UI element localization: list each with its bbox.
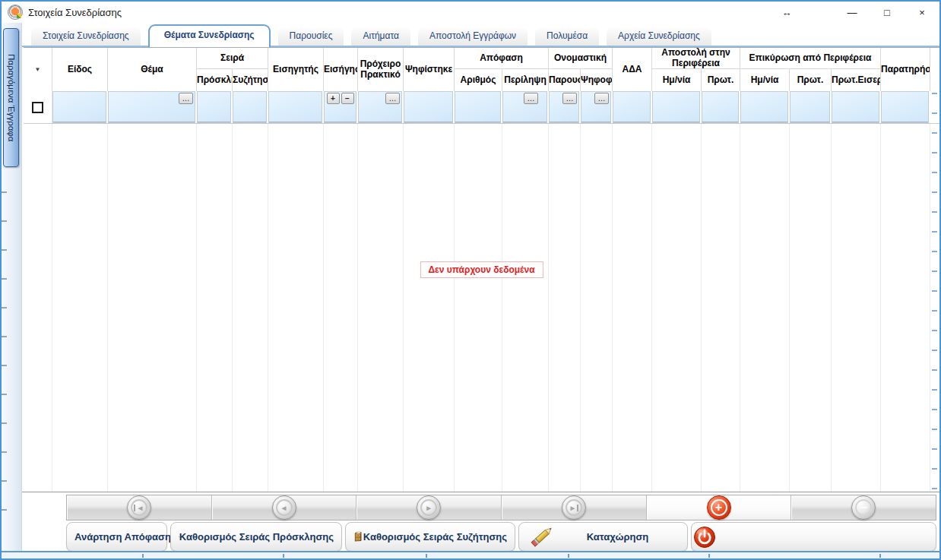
column-header-perilipsi[interactable]: Περίληψη (502, 69, 549, 91)
minimize-button[interactable]: — (835, 2, 870, 23)
cell-perilipsi[interactable]: … (502, 91, 549, 123)
column-header-apostoli-imnia[interactable]: Ημ/νία (652, 69, 702, 91)
eisigisi-minus-button[interactable]: − (341, 93, 354, 104)
maximize-button[interactable]: □ (870, 2, 905, 23)
grid-column-line (549, 124, 581, 492)
delete-record-button[interactable]: − (791, 495, 936, 520)
cell-arithmos[interactable] (455, 91, 502, 123)
column-header-eidos[interactable]: Είδος (52, 48, 108, 91)
resize-icon[interactable]: ↔ (752, 2, 821, 23)
group-header-seira[interactable]: Σειρά (197, 48, 268, 69)
column-header-epikyrosi-imnia[interactable]: Ημ/νία (740, 69, 790, 91)
window-title: Στοιχεία Συνεδρίασης (28, 7, 122, 18)
cell-prot-eiserx[interactable] (832, 91, 881, 123)
cell-apostoli-imnia[interactable] (652, 91, 702, 123)
column-header-thema[interactable]: Θέμα (108, 48, 197, 91)
kathorismos-seiras-prosklisis-button[interactable]: Καθορισμός Σειράς Πρόσκλησης (170, 522, 342, 552)
column-header-ada[interactable]: ΑΔΑ (613, 48, 652, 91)
cell-eidos[interactable] (52, 91, 108, 123)
cell-apostoli-prot[interactable] (702, 91, 740, 123)
kathorismos-seiras-syzitisis-button[interactable]: Καθορισμός Σειράς Συζήτησης (345, 522, 515, 552)
column-header-arithmos[interactable]: Αριθμός (455, 69, 502, 91)
column-group-epikyrosi: Επικύρωση από Περιφέρεια Ημ/νία Πρωτ. Πρ… (740, 48, 881, 91)
column-header-seira-syzitisis[interactable]: Συζήτησης (233, 69, 268, 91)
record-navigator: ◄ ◄ ► ► + (66, 495, 936, 520)
grid-column-line (324, 124, 358, 492)
tab-apostoli-eggrafon[interactable]: Αποστολή Εγγράφων (418, 27, 528, 46)
side-tab-label: Παραγόμενα Έγγραφα (7, 54, 16, 141)
proxeiro-ellipsis-button[interactable]: … (385, 93, 400, 104)
grid-column-line (613, 124, 652, 492)
action-toolbar: Ανάρτηση Απόφασης Κ (66, 522, 936, 552)
thema-ellipsis-button[interactable]: … (179, 93, 193, 104)
cell-epikyrosi-prot[interactable] (790, 91, 832, 123)
cell-eisigisi[interactable]: + − (324, 91, 358, 123)
grid-column-line (832, 124, 881, 492)
tab-aitimata[interactable]: Αιτήματα (351, 27, 410, 46)
next-record-button[interactable]: ► (356, 495, 502, 520)
cell-seira-syzitisis[interactable] (233, 91, 268, 123)
grid-column-line (108, 124, 197, 492)
grid-column-line (740, 124, 790, 492)
bottom-strip (2, 551, 939, 558)
column-header-epikyrosi-prot[interactable]: Πρωτ. (790, 69, 832, 91)
grid-edit-row: … + − … … (24, 91, 939, 124)
close-button[interactable]: × (905, 2, 939, 23)
parousies-ellipsis-button[interactable]: … (562, 93, 577, 104)
add-record-button[interactable]: + (647, 495, 792, 520)
app-icon (8, 5, 23, 20)
perilipsi-ellipsis-button[interactable]: … (524, 93, 538, 104)
grid-column-line (268, 124, 324, 492)
column-header-parousies[interactable]: Παρουσίες (549, 69, 581, 91)
group-header-onomastiki[interactable]: Ονομαστική (549, 48, 613, 69)
column-header-prot-eiserx[interactable]: Πρωτ.Εισερχ (832, 69, 881, 91)
column-header-psifistike[interactable]: Ψηφίστηκε (404, 48, 455, 91)
eisigisi-plus-button[interactable]: + (327, 93, 340, 104)
column-header-seira-prosklisis[interactable]: Πρόσκλησης (197, 69, 233, 91)
cell-psifistike[interactable] (404, 91, 455, 123)
group-header-epikyrosi-apo-perifereia[interactable]: Επικύρωση από Περιφέρεια (740, 48, 881, 69)
bottom-tick (708, 554, 710, 558)
previous-record-button[interactable]: ◄ (212, 495, 357, 520)
exit-button[interactable] (691, 522, 936, 552)
side-tab-paragomena-eggrafa[interactable]: Παραγόμενα Έγγραφα (3, 28, 19, 167)
cell-seira-prosklisis[interactable] (197, 91, 233, 123)
grid-column-line (702, 124, 740, 492)
tab-arxeia-synedriasis[interactable]: Αρχεία Συνεδρίασης (607, 27, 711, 46)
cell-thema[interactable]: … (108, 91, 197, 123)
cell-parousies[interactable]: … (549, 91, 581, 123)
column-header-eisigitis[interactable]: Εισηγητής (268, 48, 324, 91)
cell-psifoforia[interactable]: … (581, 91, 613, 123)
column-group-apostoli: Αποστολή στην Περιφέρεια Ημ/νία Πρωτ. (652, 48, 740, 91)
column-group-seira: Σειρά Πρόσκλησης Συζήτησης (197, 48, 268, 91)
tab-stoixeia-synedriasis[interactable]: Στοιχεία Συνεδρίασης (31, 27, 141, 46)
group-header-apostoli-stin-perifereia[interactable]: Αποστολή στην Περιφέρεια (652, 48, 740, 69)
tab-parousies[interactable]: Παρουσίες (278, 27, 344, 46)
toolbar-button-label: Καθορισμός Σειράς Συζήτησης (363, 531, 507, 543)
delete-record-icon: − (851, 495, 876, 520)
select-all-dropdown[interactable]: ▼ (24, 48, 52, 91)
cell-epikyrosi-imnia[interactable] (740, 91, 790, 123)
column-header-eisigisi[interactable]: Εισήγηση (324, 48, 358, 91)
last-record-button[interactable]: ► (502, 495, 647, 520)
column-header-proxeiro-praktiko[interactable]: Πρόχειρο Πρακτικό (358, 48, 404, 91)
kataxorisi-button[interactable]: Καταχώρηση (518, 522, 688, 552)
cell-ada[interactable] (613, 91, 652, 123)
column-header-psifoforia[interactable]: Ψηφοφορία (581, 69, 613, 91)
power-icon (692, 524, 718, 550)
column-header-apostoli-prot[interactable]: Πρωτ. (702, 69, 740, 91)
tab-themata-synedriasis[interactable]: Θέματα Συνεδρίασης (148, 24, 271, 47)
cell-proxeiro-praktiko[interactable]: … (358, 91, 404, 123)
pencil-icon (527, 525, 556, 549)
tab-polymesa[interactable]: Πολυμέσα (535, 27, 599, 46)
row-checkbox[interactable] (32, 102, 43, 113)
group-header-apofasi[interactable]: Απόφαση (455, 48, 549, 69)
cell-paratiriseis[interactable] (881, 91, 930, 123)
grid-column-line (881, 124, 930, 492)
psifoforia-ellipsis-button[interactable]: … (594, 93, 609, 104)
cell-eisigitis[interactable] (268, 91, 324, 123)
anartisi-apofasis-button[interactable]: Ανάρτηση Απόφασης (66, 522, 167, 552)
column-header-paratiriseis[interactable]: Παρατηρήσεις (881, 48, 930, 91)
grid-column-line (197, 124, 233, 492)
first-record-button[interactable]: ◄ (67, 495, 212, 520)
